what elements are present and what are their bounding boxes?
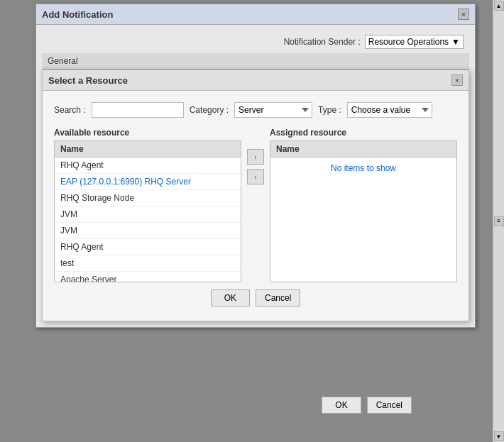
available-resource-item[interactable]: EAP (127.0.0.1:6990) RHQ Server [55,174,241,190]
assigned-resource-panel: Assigned resource Name No items to show [270,128,457,282]
scrollbar-down-arrow[interactable]: ▼ [494,431,504,441]
resource-cancel-button[interactable]: Cancel [256,289,300,306]
add-notification-dialog: Add Notification × Notification Sender :… [35,4,476,328]
available-resource-item[interactable]: JVM [55,206,241,223]
available-resource-item[interactable]: RHQ Agent [55,239,241,255]
scrollbar-track [494,11,504,216]
scrollbar-up-arrow[interactable]: ▲ [494,1,504,11]
notification-sender-value: Resource Operations [368,37,449,47]
add-notification-body: Notification Sender : Resource Operation… [36,25,475,327]
select-resource-title: Select a Resource [48,75,128,86]
select-resource-body: Search : Category : Server Platform Serv… [43,91,469,321]
available-resource-list: RHQ AgentEAP (127.0.0.1:6990) RHQ Server… [55,158,241,282]
available-resource-item[interactable]: test [55,255,241,272]
assigned-resource-table: Name No items to show [270,140,457,282]
type-label: Type : [318,105,341,115]
select-resource-dialog: Select a Resource × Search : Category : … [42,70,469,321]
available-name-header: Name [55,141,241,158]
assigned-resource-list: No items to show [270,158,456,282]
move-left-button[interactable]: ‹ [247,169,264,184]
available-resource-table: Name RHQ AgentEAP (127.0.0.1:6990) RHQ S… [54,140,241,282]
move-right-button[interactable]: › [247,149,264,165]
general-tab[interactable]: General [42,53,469,70]
available-resource-item[interactable]: JVM [55,223,241,239]
available-resource-title: Available resource [54,128,241,138]
outer-footer: OK Cancel [322,397,412,414]
panels-row: Available resource Name RHQ AgentEAP (12… [54,128,457,282]
transfer-buttons: › ‹ [247,128,264,184]
notification-sender-select[interactable]: Resource Operations ▼ [365,35,464,49]
select-resource-titlebar: Select a Resource × [43,70,469,91]
assigned-resource-title: Assigned resource [270,128,457,138]
add-notification-titlebar: Add Notification × [36,4,475,25]
resource-ok-button[interactable]: OK [211,289,250,306]
resource-dialog-footer: OK Cancel [54,282,457,312]
category-label: Category : [190,105,229,115]
no-items-label: No items to show [270,158,456,179]
category-select[interactable]: Server Platform Service [234,102,312,118]
filter-row: Search : Category : Server Platform Serv… [54,102,457,118]
outer-cancel-button[interactable]: Cancel [367,397,412,414]
scrollbar-track-bottom [494,227,504,431]
notification-sender-dropdown-icon: ▼ [451,37,460,47]
available-resource-panel: Available resource Name RHQ AgentEAP (12… [54,128,241,282]
available-resource-item[interactable]: RHQ Agent [55,158,241,174]
assigned-name-header: Name [270,141,456,158]
outer-scrollbar: ▲ ≡ ▼ [493,0,504,442]
select-resource-close-button[interactable]: × [451,74,463,86]
available-resource-item[interactable]: RHQ Storage Node [55,190,241,206]
search-label: Search : [54,105,86,115]
search-input[interactable] [92,102,184,118]
general-tab-label: General [48,56,78,66]
outer-ok-button[interactable]: OK [322,397,361,414]
notification-sender-row: Notification Sender : Resource Operation… [42,31,469,53]
add-notification-close-button[interactable]: × [458,9,469,20]
available-resource-item[interactable]: Apache Server [55,272,241,282]
add-notification-title: Add Notification [42,9,113,20]
notification-sender-label: Notification Sender : [284,37,361,47]
scrollbar-middle-handle[interactable]: ≡ [494,216,504,226]
type-select[interactable]: Choose a value [347,102,432,118]
